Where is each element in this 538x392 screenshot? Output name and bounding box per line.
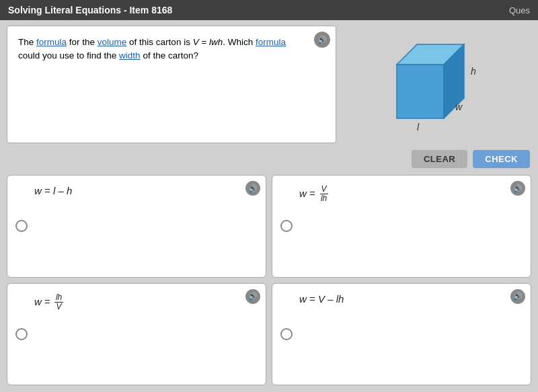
audio-button-a[interactable]: 🔊 [245,181,260,196]
answer-card-a: 🔊 w = l – h [7,175,266,278]
radio-b[interactable] [280,220,293,232]
answer-card-c: 🔊 w = lh V [7,283,266,386]
radio-c[interactable] [15,328,28,340]
speaker-icon-a: 🔊 [248,184,258,193]
svg-text:w: w [455,102,463,112]
title-bar: Solving Literal Equations - Item 8168 Qu… [0,0,538,20]
audio-button-d[interactable]: 🔊 [510,289,525,304]
speaker-icon-d: 🔊 [513,292,523,301]
formula-c: w = lh V [34,290,65,311]
page-title: Solving Literal Equations - Item 8168 [8,5,172,15]
fraction-c: lh V [54,293,63,311]
width-link[interactable]: width [119,50,141,61]
audio-button-b[interactable]: 🔊 [510,181,525,196]
svg-text:l: l [417,122,420,132]
page-section-label: Ques [509,5,530,15]
answers-grid: 🔊 w = l – h 🔊 w = V lh 🔊 [0,172,538,392]
formula-d: w = V – lh [299,290,344,305]
buttons-bar: CLEAR CHECK [0,147,538,172]
image-box: h w l [343,26,531,143]
formula-a: w = l – h [34,182,72,196]
top-section: 🔊 The formula for the volume of this car… [0,20,538,147]
volume-link[interactable]: volume [98,37,127,47]
main-content: THINK THINK THINK THINK THINK THINK THIN… [0,20,538,392]
cube-diagram: h w l [383,31,491,139]
fraction-b: V lh [319,185,328,203]
clear-button[interactable]: CLEAR [412,150,467,168]
audio-button-c[interactable]: 🔊 [245,289,260,304]
formula-link-1[interactable]: formula [36,37,67,47]
answer-card-d: 🔊 w = V – lh [272,283,531,386]
speaker-icon-c: 🔊 [248,292,258,301]
answer-card-b: 🔊 w = V lh [272,175,531,278]
formula-b: w = V lh [299,182,330,203]
audio-button-question[interactable]: 🔊 [314,32,330,48]
svg-text:h: h [471,66,476,77]
check-button[interactable]: CHECK [473,150,530,168]
cube-svg: h w l [383,31,491,139]
question-text: The formula for the volume of this carto… [18,36,325,63]
radio-d[interactable] [280,328,293,340]
svg-marker-0 [397,65,444,118]
formula-link-2[interactable]: formula [256,37,286,47]
speaker-icon: 🔊 [317,34,327,46]
speaker-icon-b: 🔊 [513,184,523,193]
radio-a[interactable] [15,220,28,232]
question-box: 🔊 The formula for the volume of this car… [7,26,336,143]
